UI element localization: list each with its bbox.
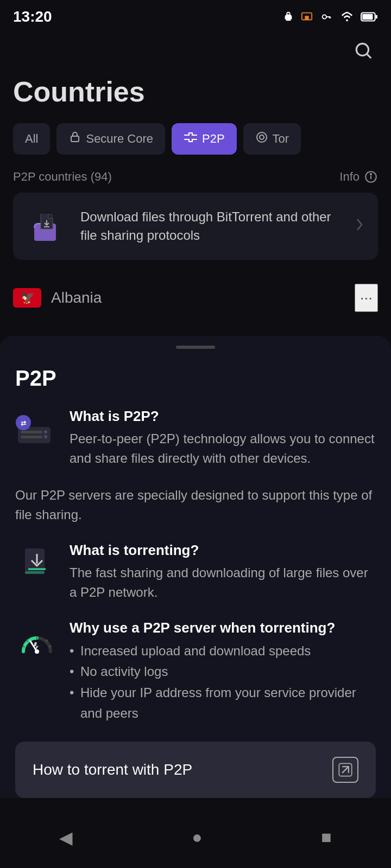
external-link-icon [332,757,358,783]
speed-gauge-icon [15,620,59,663]
countries-count: P2P countries (94) [13,170,112,184]
info-card[interactable]: Download files through BitTorrent and ot… [13,193,378,260]
nav-home-button[interactable]: ● [174,823,219,852]
svg-point-6 [346,20,348,22]
notification-icon [282,11,294,23]
info-section-torrenting: What is torrenting? The fast sharing and… [15,542,376,602]
tab-tor[interactable]: Tor [243,123,301,155]
svg-rect-8 [362,14,373,20]
svg-rect-23 [21,431,42,433]
svg-rect-32 [25,571,45,574]
page-title: Countries [13,75,378,108]
svg-point-13 [257,132,267,142]
p2p-heading: What is P2P? [70,408,376,425]
bottom-sheet: P2P ⇄ What is P2P? Peer-to-peer (P2P) te… [0,336,391,798]
tab-all-label: All [25,132,38,146]
torrenting-section-content: What is torrenting? The fast sharing and… [70,542,376,602]
bullet-2: No activity logs [70,661,376,682]
sheet-title: P2P [15,366,376,391]
svg-point-26 [44,435,47,438]
svg-point-34 [35,649,39,654]
country-name-albania: Albania [51,289,345,307]
p2p-server-icon: ⇄ [15,408,59,451]
p2p-text: Peer-to-peer (P2P) technology allows you… [70,429,376,468]
info-section-why-p2p: Why use a P2P server when torrenting? In… [15,620,376,724]
secure-core-icon [68,131,81,147]
status-time: 13:20 [13,8,52,25]
why-p2p-bullets: Increased upload and download speeds No … [70,641,376,724]
wifi-icon [339,11,355,23]
search-button[interactable] [349,36,378,67]
country-more-button-albania[interactable]: ··· [355,284,378,312]
filter-tabs: All Secure Core P2P [13,123,378,155]
info-section-what-is-p2p: ⇄ What is P2P? Peer-to-peer (P2P) techno… [15,408,376,468]
svg-point-2 [323,15,326,18]
countries-header: P2P countries (94) Info [13,170,378,184]
svg-rect-24 [21,436,42,438]
tab-p2p-label: P2P [202,132,225,146]
drag-handle [176,346,215,349]
info-circle-icon [364,170,378,184]
cta-label: How to torrent with P2P [33,761,192,778]
p2p-tab-icon [184,132,198,146]
bullet-3: Hide your IP address from your service p… [70,682,376,724]
torrenting-text: The fast sharing and downloading of larg… [70,563,376,602]
status-icons [282,11,378,23]
bittorrent-icon [26,205,70,248]
p2p-extra-text: Our P2P servers are specially designed t… [15,486,376,525]
svg-point-14 [260,135,264,139]
flag-albania [13,288,41,308]
svg-rect-9 [376,15,377,18]
tor-tab-icon [255,131,268,147]
nav-bar: ◀ ● ■ [0,813,391,865]
why-p2p-section-content: Why use a P2P server when torrenting? In… [70,620,376,724]
info-card-text: Download files through BitTorrent and ot… [80,208,343,244]
top-section: Countries All Secure Core P2P [0,30,391,331]
bullet-1: Increased upload and download speeds [70,641,376,661]
status-bar: 13:20 [0,0,391,30]
tab-all[interactable]: All [13,123,50,155]
search-icon [353,40,374,61]
how-to-torrent-button[interactable]: How to torrent with P2P [15,742,376,798]
tab-secure-core-label: Secure Core [86,132,153,146]
battery-icon [361,11,378,23]
key-icon [319,11,333,23]
p2p-section-content: What is P2P? Peer-to-peer (P2P) technolo… [70,408,376,468]
info-button[interactable]: Info [339,170,378,184]
info-card-chevron-icon [354,216,365,237]
svg-point-10 [356,43,368,55]
svg-rect-1 [305,16,308,20]
svg-line-11 [367,54,371,58]
torrent-download-icon [15,542,59,585]
tab-secure-core[interactable]: Secure Core [56,123,165,155]
tab-tor-label: Tor [273,132,289,146]
country-row-albania[interactable]: Albania ··· [13,275,378,321]
torrenting-heading: What is torrenting? [70,542,376,559]
why-p2p-heading: Why use a P2P server when torrenting? [70,620,376,636]
svg-point-25 [44,430,47,433]
nav-recent-button[interactable]: ■ [304,823,349,852]
tab-p2p[interactable]: P2P [172,123,237,155]
svg-rect-12 [71,136,79,142]
cast-icon [300,11,314,23]
search-row [13,36,378,67]
nav-back-button[interactable]: ◀ [42,823,90,852]
info-label: Info [339,170,360,184]
svg-point-17 [370,174,371,175]
svg-text:⇄: ⇄ [21,419,26,427]
